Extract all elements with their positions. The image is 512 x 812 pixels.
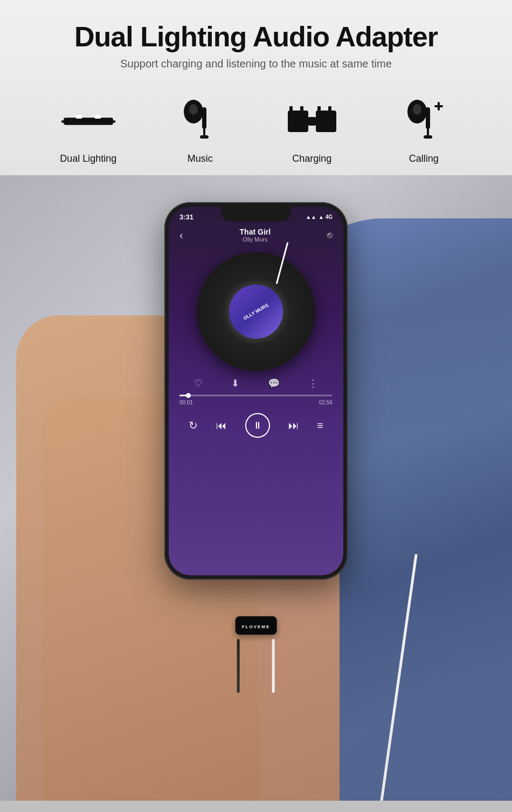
svg-rect-14 (300, 106, 303, 112)
next-button[interactable]: ⏭ (288, 419, 299, 432)
svg-rect-13 (289, 106, 293, 112)
player-header: ‹ That Girl Olly Murs ⎋ (169, 223, 343, 247)
icon-item-dual-lighting: Dual Lighting (40, 97, 137, 164)
phone-section: 3:31 ▲▲ ▲ 4G ‹ That Girl Olly Murs ⎋ (0, 175, 512, 801)
song-title: That Girl (240, 228, 271, 236)
brand-label: FLOVEME (242, 624, 271, 629)
svg-rect-0 (64, 118, 113, 125)
repeat-button[interactable]: ↻ (189, 419, 198, 432)
svg-rect-16 (328, 106, 331, 112)
subtitle: Support charging and listening to the mu… (32, 58, 480, 70)
dual-lighting-icon (61, 97, 115, 146)
vinyl-cable (276, 242, 289, 284)
icon-item-music: Music (151, 97, 248, 164)
vinyl-center: OLLY MURS (229, 285, 283, 339)
phone-frame: 3:31 ▲▲ ▲ 4G ‹ That Girl Olly Murs ⎋ (164, 202, 348, 580)
adapter-connector: FLOVEME (236, 616, 277, 693)
pause-icon: ⏸ (253, 420, 262, 431)
icons-row: Dual Lighting Music (0, 81, 512, 175)
back-button[interactable]: ‹ (179, 229, 183, 242)
svg-rect-21 (424, 135, 432, 139)
vinyl-disc: OLLY MURS (197, 252, 315, 371)
svg-rect-10 (288, 111, 308, 132)
signal-icon: ▲▲ (306, 214, 316, 220)
current-time: 00:01 (179, 400, 193, 405)
player-controls-area: ♡ ⬇ 💬 ⋮ 00:01 02:56 (169, 371, 343, 438)
cable-left (237, 639, 240, 693)
svg-rect-15 (317, 106, 321, 112)
svg-rect-4 (94, 115, 101, 119)
cable-right (272, 639, 275, 693)
total-time: 02:56 (319, 400, 333, 405)
play-pause-button[interactable]: ⏸ (245, 413, 270, 438)
song-info: That Girl Olly Murs (240, 228, 271, 243)
page-wrapper: Dual Lighting Audio Adapter Support char… (0, 0, 512, 812)
status-icons: ▲▲ ▲ 4G (306, 214, 333, 220)
adapter-box: FLOVEME (236, 616, 277, 635)
time-labels: 00:01 02:56 (179, 400, 333, 405)
svg-rect-11 (308, 117, 316, 126)
phone-screen: 3:31 ▲▲ ▲ 4G ‹ That Girl Olly Murs ⎋ (169, 207, 343, 575)
player-actions: ♡ ⬇ 💬 ⋮ (179, 377, 333, 389)
charging-icon (285, 97, 339, 146)
status-time: 3:31 (179, 213, 193, 221)
comment-button[interactable]: 💬 (268, 377, 280, 389)
vinyl-artist-text: OLLY MURS (243, 302, 269, 321)
calling-label: Calling (409, 153, 439, 164)
charging-label: Charging (292, 153, 331, 164)
split-cables (237, 639, 275, 693)
progress-dot (186, 393, 191, 398)
icon-item-calling: Calling (375, 97, 472, 164)
share-button[interactable]: ⎋ (327, 230, 333, 240)
music-icon (173, 97, 227, 146)
calling-icon (397, 97, 451, 146)
vinyl-wrap: OLLY MURS (169, 252, 343, 371)
more-button[interactable]: ⋮ (308, 377, 318, 389)
svg-rect-23 (438, 102, 440, 111)
song-artist: Olly Murs (240, 236, 271, 243)
svg-rect-3 (75, 115, 82, 119)
progress-fill (179, 395, 189, 396)
download-button[interactable]: ⬇ (231, 377, 239, 389)
music-label: Music (188, 153, 213, 164)
icon-item-charging: Charging (264, 97, 361, 164)
phone-notch (221, 207, 291, 222)
playback-controls: ↻ ⏮ ⏸ ⏭ ≡ (179, 413, 333, 438)
svg-rect-2 (110, 121, 115, 123)
dual-lighting-label: Dual Lighting (60, 153, 116, 164)
svg-point-6 (189, 104, 198, 115)
header-section: Dual Lighting Audio Adapter Support char… (0, 0, 512, 81)
like-button[interactable]: ♡ (194, 377, 203, 389)
network-label: ▲ 4G (319, 214, 333, 220)
svg-point-18 (413, 104, 421, 115)
prev-button[interactable]: ⏮ (216, 419, 227, 432)
playlist-button[interactable]: ≡ (317, 419, 323, 432)
svg-rect-1 (61, 121, 67, 123)
svg-rect-9 (200, 135, 209, 139)
main-title: Dual Lighting Audio Adapter (32, 22, 480, 52)
svg-rect-12 (316, 111, 336, 132)
progress-bar[interactable] (179, 395, 333, 396)
